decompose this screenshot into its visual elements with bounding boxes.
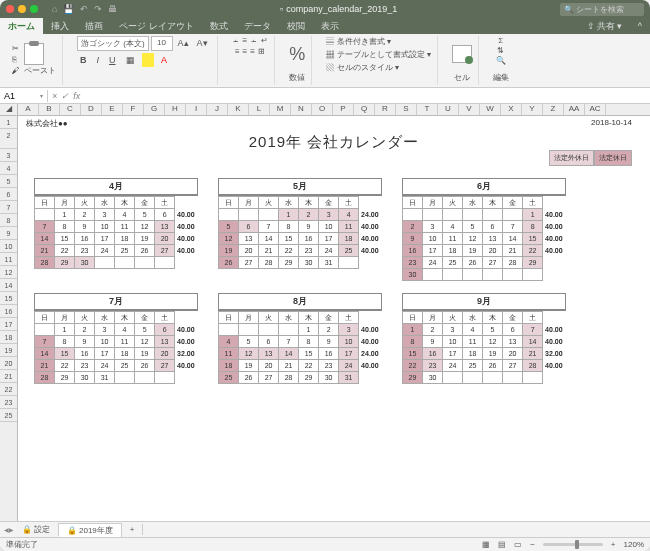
- col-header[interactable]: H: [165, 104, 186, 115]
- row-header[interactable]: 10: [0, 240, 17, 253]
- bold-button[interactable]: B: [77, 53, 90, 67]
- col-header[interactable]: D: [81, 104, 102, 115]
- name-box[interactable]: A1▾: [0, 90, 48, 102]
- col-header[interactable]: AC: [585, 104, 606, 115]
- select-all-corner[interactable]: ◢: [0, 104, 18, 115]
- view-normal-icon[interactable]: ▦: [482, 540, 490, 549]
- col-header[interactable]: I: [186, 104, 207, 115]
- row-header[interactable]: 3: [0, 149, 17, 162]
- align-mid-icon[interactable]: ≡: [243, 36, 248, 45]
- row-header[interactable]: 17: [0, 318, 17, 331]
- row-header[interactable]: 22: [0, 383, 17, 396]
- tab-layout[interactable]: ページ レイアウト: [111, 18, 202, 34]
- row-header[interactable]: 9: [0, 227, 17, 240]
- row-header[interactable]: 2: [0, 129, 17, 149]
- cell-style-button[interactable]: ▧ セルのスタイル ▾: [326, 62, 398, 73]
- row-header[interactable]: 23: [0, 396, 17, 409]
- cancel-icon[interactable]: ×: [52, 91, 57, 101]
- col-header[interactable]: P: [333, 104, 354, 115]
- print-icon[interactable]: 🖶: [108, 4, 117, 14]
- sort-icon[interactable]: ⇅: [497, 46, 504, 55]
- tab-view[interactable]: 表示: [313, 18, 347, 34]
- zoom-out-icon[interactable]: −: [530, 540, 535, 549]
- zoom-slider[interactable]: [543, 543, 603, 546]
- border-icon[interactable]: ▦: [123, 53, 138, 67]
- tab-insert[interactable]: 挿入: [43, 18, 77, 34]
- align-right-icon[interactable]: ≡: [250, 47, 255, 56]
- insert-cell-icon[interactable]: [452, 45, 472, 63]
- fx-icon[interactable]: fx: [73, 91, 80, 101]
- add-sheet-button[interactable]: +: [122, 524, 144, 535]
- col-header[interactable]: V: [459, 104, 480, 115]
- underline-button[interactable]: U: [106, 53, 119, 67]
- align-top-icon[interactable]: ⫠: [232, 36, 240, 45]
- save-icon[interactable]: 💾: [63, 4, 74, 14]
- col-header[interactable]: N: [291, 104, 312, 115]
- percent-icon[interactable]: %: [289, 44, 305, 65]
- row-header[interactable]: 20: [0, 357, 17, 370]
- collapse-ribbon-icon[interactable]: ^: [630, 18, 650, 34]
- undo-icon[interactable]: ↶: [80, 4, 88, 14]
- col-header[interactable]: Q: [354, 104, 375, 115]
- col-header[interactable]: M: [270, 104, 291, 115]
- align-left-icon[interactable]: ≡: [235, 47, 240, 56]
- col-header[interactable]: AA: [564, 104, 585, 115]
- view-break-icon[interactable]: ▭: [514, 540, 522, 549]
- tab-draw[interactable]: 描画: [77, 18, 111, 34]
- align-bot-icon[interactable]: ⫠: [250, 36, 258, 45]
- worksheet-content[interactable]: 株式会社●● 2018-10-14 2019年 会社カレンダー 法定外休日 法定…: [18, 116, 650, 521]
- maximize-icon[interactable]: [30, 5, 38, 13]
- tab-data[interactable]: データ: [236, 18, 279, 34]
- fill-color-icon[interactable]: [142, 53, 155, 67]
- col-header[interactable]: C: [60, 104, 81, 115]
- col-header[interactable]: U: [438, 104, 459, 115]
- col-header[interactable]: L: [249, 104, 270, 115]
- col-header[interactable]: T: [417, 104, 438, 115]
- col-header[interactable]: R: [375, 104, 396, 115]
- col-header[interactable]: O: [312, 104, 333, 115]
- view-layout-icon[interactable]: ▤: [498, 540, 506, 549]
- zoom-in-icon[interactable]: +: [611, 540, 616, 549]
- copy-icon[interactable]: ⎘: [12, 55, 20, 64]
- row-header[interactable]: 16: [0, 305, 17, 318]
- row-header[interactable]: 11: [0, 253, 17, 266]
- row-header[interactable]: 6: [0, 188, 17, 201]
- table-format-button[interactable]: ▦ テーブルとして書式設定 ▾: [326, 49, 430, 60]
- cut-icon[interactable]: ✂: [12, 44, 20, 53]
- row-header[interactable]: 8: [0, 214, 17, 227]
- tab-review[interactable]: 校閲: [279, 18, 313, 34]
- search-input[interactable]: 🔍シートを検索: [560, 3, 644, 16]
- col-header[interactable]: F: [123, 104, 144, 115]
- sheet-tab-2019[interactable]: 🔒 2019年度: [59, 523, 122, 538]
- row-header[interactable]: 15: [0, 292, 17, 305]
- col-header[interactable]: W: [480, 104, 501, 115]
- font-select[interactable]: 游ゴシック (本文): [77, 36, 149, 51]
- row-header[interactable]: 14: [0, 279, 17, 292]
- row-header[interactable]: 19: [0, 344, 17, 357]
- col-header[interactable]: B: [39, 104, 60, 115]
- column-headers[interactable]: ◢ ABCDEFGHIJKLMNOPQRSTUVWXYZAAAC: [0, 104, 650, 116]
- row-header[interactable]: 1: [0, 116, 17, 129]
- cond-format-button[interactable]: ▤ 条件付き書式 ▾: [326, 36, 390, 47]
- italic-button[interactable]: I: [94, 53, 103, 67]
- merge-icon[interactable]: ⊞: [258, 47, 265, 56]
- row-header[interactable]: 12: [0, 266, 17, 279]
- row-header[interactable]: 4: [0, 162, 17, 175]
- paste-button[interactable]: [24, 43, 44, 65]
- shrink-font-icon[interactable]: A▾: [194, 36, 211, 51]
- format-painter-icon[interactable]: 🖌: [12, 66, 20, 75]
- tab-home[interactable]: ホーム: [0, 18, 43, 34]
- minimize-icon[interactable]: [18, 5, 26, 13]
- row-header[interactable]: 5: [0, 175, 17, 188]
- align-center-icon[interactable]: ≡: [243, 47, 248, 56]
- col-header[interactable]: A: [18, 104, 39, 115]
- row-header[interactable]: 18: [0, 331, 17, 344]
- row-headers[interactable]: 1234567891011121415161718192021222325: [0, 116, 18, 521]
- col-header[interactable]: K: [228, 104, 249, 115]
- confirm-icon[interactable]: ✓: [61, 91, 69, 101]
- find-icon[interactable]: 🔍: [496, 56, 506, 65]
- col-header[interactable]: Y: [522, 104, 543, 115]
- row-header[interactable]: 7: [0, 201, 17, 214]
- fontsize-input[interactable]: 10: [151, 36, 173, 51]
- tab-formula[interactable]: 数式: [202, 18, 236, 34]
